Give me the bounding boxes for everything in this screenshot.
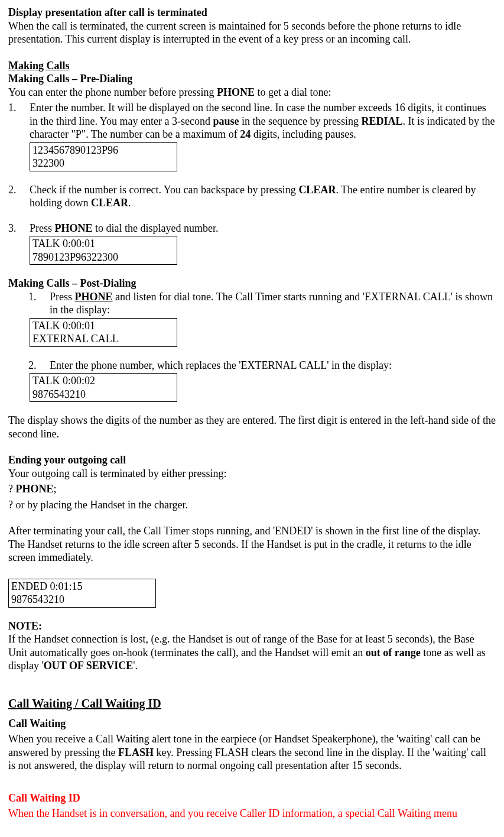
- term-out-of-range: out of range: [366, 647, 421, 658]
- paragraph: When the Handset is in conversation, and…: [8, 807, 496, 820]
- key-phone: PHONE: [75, 291, 113, 303]
- term-out-of-service: OUT OF SERVICE: [44, 660, 133, 671]
- heading-note: NOTE:: [8, 619, 496, 633]
- text: or by placing the Handset in the charger…: [16, 499, 188, 511]
- pre-dialing-steps: Check if the number is correct. You can …: [8, 183, 496, 210]
- paragraph: After terminating your call, the Call Ti…: [8, 524, 496, 565]
- heading-post-dialing: Making Calls – Post-Dialing: [8, 277, 496, 290]
- lcd-display: TALK 0:00:02 9876543210: [30, 373, 177, 402]
- text: '.: [133, 660, 138, 671]
- display-line: TALK 0:00:01: [32, 319, 174, 333]
- bullet-item: ? or by placing the Handset in the charg…: [8, 498, 496, 512]
- text: Check if the number is correct. You can …: [30, 184, 298, 196]
- post-dialing-steps: Press PHONE and listen for dial tone. Th…: [8, 290, 496, 317]
- display-line: 9876543210: [11, 593, 153, 606]
- key-clear: CLEAR: [91, 197, 128, 209]
- text: in the sequence by pressing: [239, 115, 361, 127]
- lcd-display: TALK 0:00:01 EXTERNAL CALL: [30, 318, 177, 347]
- lcd-display: ENDED 0:01:15 9876543210: [8, 579, 156, 608]
- heading-making-calls: Making Calls: [8, 59, 496, 73]
- lcd-display: TALK 0:00:01 7890123P96322300: [30, 236, 177, 265]
- display-line: EXTERNAL CALL: [32, 332, 174, 346]
- text: Press: [50, 291, 75, 303]
- text: You can enter the phone number before pr…: [8, 86, 217, 98]
- display-line: ENDED 0:01:15: [11, 580, 153, 593]
- text: Press: [30, 222, 55, 234]
- pre-dialing-steps: Enter the number. It will be displayed o…: [8, 101, 496, 141]
- heading-call-waiting-section: Call Waiting / Call Waiting ID: [8, 696, 496, 711]
- paragraph: When the call is terminated, the current…: [8, 20, 496, 46]
- display-line: 9876543210: [32, 388, 174, 401]
- list-item: Enter the number. It will be displayed o…: [8, 101, 496, 141]
- post-dialing-steps: Enter the phone number, which replaces t…: [8, 359, 496, 372]
- bullet-glyph: ?: [8, 499, 13, 511]
- bullet-item: ? PHONE;: [8, 482, 496, 496]
- key-redial: REDIAL: [361, 115, 402, 127]
- paragraph: When you receive a Call Waiting alert to…: [8, 732, 496, 773]
- paragraph: If the Handset connection is lost, (e.g.…: [8, 632, 496, 673]
- key-phone: PHONE: [217, 86, 255, 98]
- text: to dial the displayed number.: [93, 222, 219, 234]
- display-line: 322300: [32, 157, 174, 170]
- heading-call-waiting: Call Waiting: [8, 717, 496, 731]
- paragraph: The display shows the digits of the numb…: [8, 414, 496, 440]
- paragraph: You can enter the phone number before pr…: [8, 86, 496, 99]
- list-item: Check if the number is correct. You can …: [8, 183, 496, 210]
- text: to get a dial tone:: [255, 86, 331, 98]
- display-line: TALK 0:00:02: [32, 374, 174, 388]
- text: and listen for dial tone. The Call Timer…: [50, 291, 493, 316]
- key-clear: CLEAR: [298, 184, 336, 196]
- key-phone: PHONE: [55, 222, 93, 234]
- list-item: Press PHONE to dial the displayed number…: [8, 222, 496, 235]
- paragraph: Your outgoing call is terminated by eith…: [8, 467, 496, 481]
- list-item: Enter the phone number, which replaces t…: [28, 359, 496, 372]
- display-line: 7890123P96322300: [32, 251, 174, 264]
- text: Enter the phone number, which replaces t…: [50, 359, 392, 371]
- display-line: TALK 0:00:01: [32, 237, 174, 251]
- heading-display-after-call: Display presentation after call is termi…: [8, 6, 496, 20]
- key-phone: PHONE: [16, 483, 54, 495]
- term-pause: pause: [213, 115, 239, 127]
- lcd-display: 1234567890123P96 322300: [30, 142, 177, 171]
- heading-call-waiting-id: Call Waiting ID: [8, 791, 496, 805]
- pre-dialing-steps: Press PHONE to dial the displayed number…: [8, 222, 496, 235]
- list-item: Press PHONE and listen for dial tone. Th…: [28, 290, 496, 317]
- bullet-glyph: ?: [8, 483, 13, 495]
- heading-ending-call: Ending your outgoing call: [8, 453, 496, 467]
- heading-pre-dialing: Making Calls – Pre-Dialing: [8, 72, 496, 86]
- display-line: 1234567890123P96: [32, 144, 174, 157]
- text: digits, including pauses.: [251, 128, 356, 140]
- key-flash: FLASH: [118, 747, 154, 758]
- text: ;: [54, 483, 57, 495]
- text: .: [128, 197, 131, 209]
- term-24: 24: [240, 128, 251, 140]
